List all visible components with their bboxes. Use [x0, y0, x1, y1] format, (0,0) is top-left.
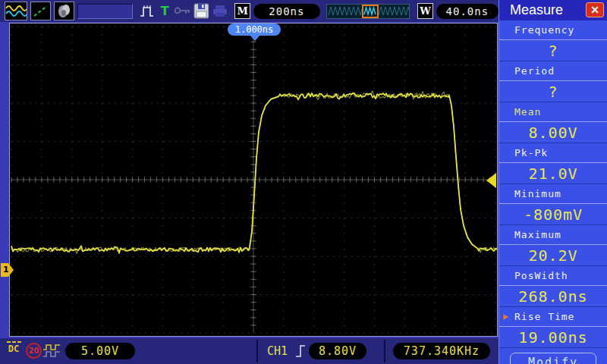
measure-value-poswidth: 268.0ns: [499, 285, 607, 307]
measure-value-maximum: 20.2V: [499, 244, 607, 266]
measure-label-period[interactable]: Period: [499, 61, 607, 80]
window-timebase-indicator: W: [417, 3, 433, 19]
waveform-display: 1.000ns: [9, 23, 498, 337]
lock-key-icon[interactable]: [174, 6, 190, 16]
measure-value-pkpk: 21.0V: [499, 162, 607, 184]
cursor-line-icon[interactable]: [30, 2, 51, 20]
trigger-level-marker[interactable]: [486, 173, 496, 188]
rising-edge-icon: [294, 343, 307, 359]
pulse-waveform-icon[interactable]: [139, 3, 156, 20]
bandwidth-limit-icon[interactable]: 20: [26, 343, 42, 359]
frequency-counter-readout: 737.340KHz: [393, 343, 490, 359]
measure-value-period: ?: [499, 80, 607, 102]
save-floppy-icon[interactable]: [193, 3, 209, 19]
measure-value-mean: 8.00V: [499, 121, 607, 143]
status-bar: DC 20 5.00V CH1 8.80V 737.340KHz: [0, 338, 498, 364]
trigger-position-strip[interactable]: [326, 4, 410, 19]
square-wave-icon: [42, 343, 62, 359]
scope-graticule-and-trace: [10, 24, 497, 336]
measure-panel: Measure ✕ Frequency ? Period ? Mean 8.00…: [498, 0, 607, 364]
channel-waveforms-icon[interactable]: [5, 2, 27, 20]
main-timebase-readout: 200ns: [253, 4, 320, 19]
top-toolbar: T M 200ns W 40.0ns: [0, 0, 498, 22]
channel1-position-marker[interactable]: 1: [1, 263, 14, 277]
measure-label-pkpk[interactable]: Pk-Pk: [499, 143, 607, 162]
image-tool-icon[interactable]: [54, 2, 74, 20]
screen-frame: 1.000ns 1: [0, 22, 498, 340]
print-icon[interactable]: [212, 4, 228, 18]
main-timebase-indicator: M: [234, 3, 250, 19]
measure-value-frequency: ?: [499, 39, 607, 61]
measure-label-frequency[interactable]: Frequency: [499, 20, 607, 39]
measure-value-minimum: -800mV: [499, 203, 607, 225]
horizontal-delay-readout[interactable]: 1.000ns: [228, 24, 281, 36]
coupling-dc-icon[interactable]: DC: [5, 341, 23, 354]
toolbar-empty-field: [77, 4, 133, 19]
volts-per-div-readout[interactable]: 5.00V: [65, 343, 135, 359]
measure-label-risetime[interactable]: ▶ Rise Time: [499, 307, 607, 326]
measure-label-minimum[interactable]: Minimum: [499, 184, 607, 203]
trigger-source-label: CH1: [267, 344, 288, 358]
trigger-status-icon: T: [161, 4, 169, 18]
measure-label-poswidth[interactable]: PosWidth: [499, 266, 607, 285]
modify-button[interactable]: Modify: [510, 353, 596, 364]
close-icon[interactable]: ✕: [586, 2, 604, 17]
measure-value-risetime: 19.00ns: [499, 326, 607, 348]
trigger-level-readout[interactable]: 8.80V: [309, 343, 366, 359]
window-timebase-readout: 40.0ns: [436, 4, 498, 19]
selected-item-marker: ▶: [503, 312, 509, 322]
measure-panel-title: Measure ✕: [499, 0, 607, 20]
measure-label-maximum[interactable]: Maximum: [499, 225, 607, 244]
measure-label-mean[interactable]: Mean: [499, 102, 607, 121]
